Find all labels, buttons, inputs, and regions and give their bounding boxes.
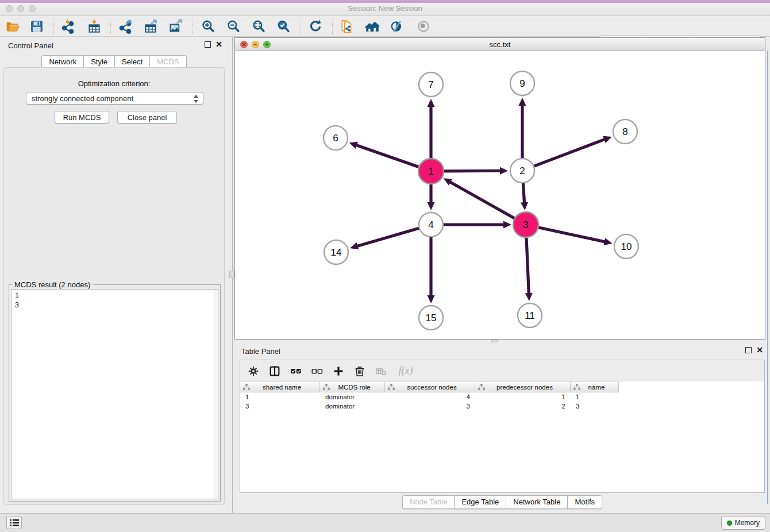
- node-2[interactable]: 2: [510, 159, 534, 183]
- close-panel-icon[interactable]: ✕: [215, 41, 222, 48]
- edge-2-9[interactable]: [519, 98, 526, 158]
- float-panel-icon[interactable]: [205, 41, 211, 48]
- svg-text:15: 15: [426, 313, 437, 323]
- edge-1-6[interactable]: [349, 142, 419, 167]
- edge-4-3[interactable]: [444, 221, 511, 229]
- node-15[interactable]: 15: [419, 306, 443, 330]
- table-panel-title: Table Panel: [241, 347, 280, 356]
- node-6[interactable]: 6: [324, 126, 348, 150]
- table-panel-header: Table Panel ✕: [234, 343, 770, 359]
- export-network-icon[interactable]: [116, 18, 135, 35]
- vertical-split-grip[interactable]: [229, 271, 234, 278]
- mcds-result-groupbox: MCDS result (2 nodes) 1 3: [9, 284, 221, 502]
- svg-text:11: 11: [525, 310, 535, 321]
- table-cell[interactable]: 1: [571, 392, 619, 402]
- node-8[interactable]: 8: [613, 119, 637, 144]
- deselect-all-columns-icon[interactable]: [309, 363, 325, 379]
- node-1[interactable]: 1: [418, 159, 444, 184]
- node-3[interactable]: 3: [513, 212, 538, 237]
- svg-text:10: 10: [621, 241, 632, 252]
- table-cell[interactable]: 3: [240, 402, 320, 411]
- node-11[interactable]: 11: [518, 303, 542, 327]
- edge-3-11[interactable]: [525, 237, 533, 301]
- tab-motifs[interactable]: Motifs: [568, 495, 602, 509]
- export-image-icon[interactable]: [166, 18, 186, 35]
- svg-text:2: 2: [519, 165, 525, 176]
- import-table-icon[interactable]: [84, 18, 104, 35]
- table-cell[interactable]: 2: [475, 402, 571, 411]
- horizontal-split-grip[interactable]: [491, 340, 498, 342]
- edge-1-7[interactable]: [428, 99, 435, 159]
- mcds-result-text[interactable]: 1 3: [11, 289, 218, 499]
- edge-2-8[interactable]: [534, 136, 612, 166]
- svg-text:3: 3: [523, 219, 528, 230]
- control-panel-header: Control Panel ✕: [0, 37, 228, 54]
- zoom-out-icon[interactable]: [224, 18, 243, 35]
- svg-text:9: 9: [519, 78, 525, 89]
- import-network-icon[interactable]: [58, 18, 78, 35]
- add-column-icon[interactable]: [330, 363, 346, 379]
- table-cell[interactable]: dominator: [320, 392, 385, 402]
- node-9[interactable]: 9: [510, 71, 534, 95]
- app-title: Session: New Session: [0, 4, 770, 13]
- node-14[interactable]: 14: [324, 240, 348, 264]
- node-7[interactable]: 7: [419, 72, 443, 97]
- first-neighbors-icon[interactable]: [363, 18, 382, 35]
- edge-3-10[interactable]: [538, 228, 612, 245]
- svg-text:7: 7: [428, 79, 433, 90]
- export-table-icon[interactable]: [141, 18, 160, 35]
- function-builder-icon: f(x): [394, 363, 416, 379]
- toolbar-separator: [301, 19, 301, 34]
- network-window-titlebar[interactable]: ✕ − + scc.txt: [235, 38, 765, 51]
- table-cell[interactable]: 4: [385, 392, 475, 402]
- table-cell[interactable]: 1: [475, 392, 571, 402]
- edge-1-4[interactable]: [428, 184, 435, 210]
- delete-column-icon[interactable]: [352, 363, 368, 379]
- result-scrollbar[interactable]: [214, 290, 218, 499]
- task-history-button[interactable]: [6, 516, 22, 529]
- column-header-name[interactable]: name: [571, 381, 619, 392]
- network-graph[interactable]: 7968124314101511: [235, 51, 765, 339]
- edge-3-1[interactable]: [444, 178, 515, 218]
- optimization-criterion-select[interactable]: strongly connected component: [26, 92, 203, 105]
- select-all-columns-icon[interactable]: [288, 363, 304, 379]
- refresh-view-icon[interactable]: [306, 18, 325, 35]
- edge-1-2[interactable]: [444, 167, 508, 175]
- network-canvas[interactable]: 7968124314101511: [235, 51, 765, 339]
- float-table-panel-icon[interactable]: [745, 347, 752, 353]
- control-panel-title: Control Panel: [8, 41, 53, 50]
- chevron-up-down-icon: [193, 94, 199, 103]
- table-row[interactable]: 3dominator323: [240, 402, 619, 411]
- zoom-in-icon[interactable]: [198, 18, 218, 35]
- memory-button[interactable]: Memory: [721, 516, 765, 530]
- tab-network-table[interactable]: Network Table: [506, 495, 568, 509]
- table-cell[interactable]: 3: [571, 402, 619, 411]
- clone-network-icon[interactable]: [337, 18, 357, 35]
- open-session-icon[interactable]: [3, 18, 22, 35]
- save-session-icon[interactable]: [27, 18, 47, 35]
- close-panel-button[interactable]: Close panel: [117, 111, 177, 124]
- apply-style-icon[interactable]: [387, 18, 407, 35]
- run-mcds-button[interactable]: Run MCDS: [55, 111, 109, 124]
- column-header-successor-nodes[interactable]: successor nodes: [385, 381, 475, 392]
- zoom-fit-icon[interactable]: [249, 18, 268, 35]
- close-table-panel-icon[interactable]: ✕: [756, 347, 763, 353]
- zoom-selected-icon[interactable]: [274, 18, 293, 35]
- column-header-shared-name[interactable]: shared name: [240, 381, 320, 392]
- column-header-MCDS-role[interactable]: MCDS role: [320, 381, 385, 392]
- table-cell[interactable]: 1: [240, 392, 320, 402]
- column-header-predecessor-nodes[interactable]: predecessor nodes: [475, 381, 571, 392]
- edge-4-14[interactable]: [350, 228, 419, 249]
- focus-border: [767, 51, 768, 504]
- tab-node-table[interactable]: Node Table: [402, 495, 455, 509]
- node-10[interactable]: 10: [614, 234, 638, 259]
- show-columns-icon[interactable]: [267, 363, 283, 379]
- edge-4-15[interactable]: [428, 237, 435, 303]
- table-settings-icon[interactable]: [245, 363, 261, 379]
- table-cell[interactable]: dominator: [320, 402, 385, 411]
- tab-edge-table[interactable]: Edge Table: [455, 495, 506, 509]
- edge-2-3[interactable]: [521, 183, 528, 210]
- table-cell[interactable]: 3: [385, 402, 475, 411]
- table-row[interactable]: 1dominator411: [240, 392, 619, 402]
- node-4[interactable]: 4: [419, 213, 443, 237]
